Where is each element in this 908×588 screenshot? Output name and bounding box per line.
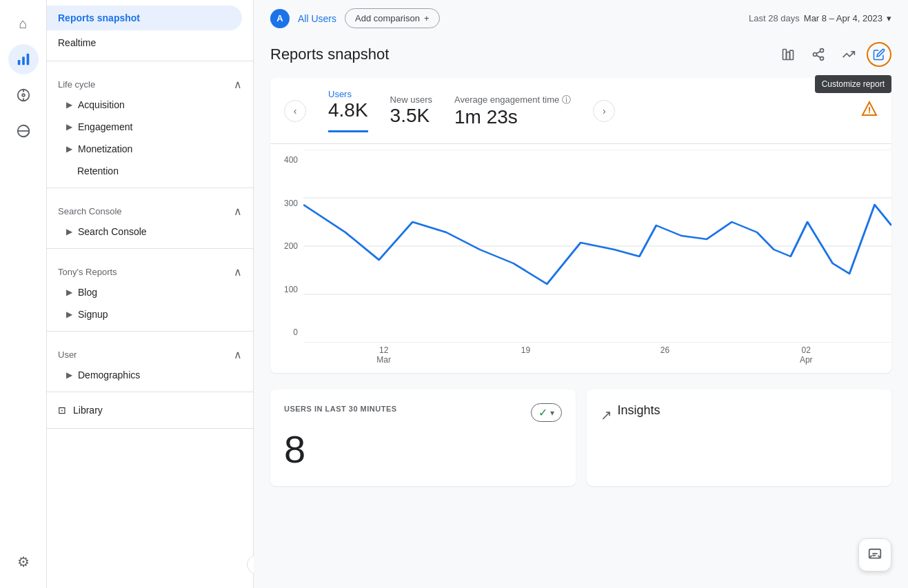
metric-users-label: Users [328, 89, 368, 99]
y-label-300: 300 [284, 199, 298, 208]
plus-icon: + [424, 13, 430, 23]
sidebar: Reports snapshot Realtime Life cycle ∧ ▶… [47, 0, 254, 588]
chevron-searchconsole-icon[interactable]: ∧ [234, 205, 242, 218]
sidebar-item-realtime[interactable]: Realtime [47, 30, 253, 55]
svg-point-4 [22, 94, 25, 97]
section-user[interactable]: User ∧ [47, 337, 253, 364]
add-comparison-button[interactable]: Add comparison + [345, 8, 440, 28]
section-tonys-reports[interactable]: Tony's Reports ∧ [47, 254, 253, 281]
y-label-400: 400 [284, 155, 298, 165]
badge-chevron-icon: ▾ [550, 408, 554, 418]
divider-6 [47, 428, 253, 429]
insights-card: ↗ Insights [587, 389, 892, 486]
arrow-icon: ▶ [66, 122, 72, 132]
arrow-icon: ▶ [66, 370, 72, 380]
arrow-icon: ▶ [66, 144, 72, 154]
svg-point-12 [814, 53, 817, 57]
section-lifecycle[interactable]: Life cycle ∧ [47, 67, 253, 94]
divider-3 [47, 248, 253, 249]
home-icon[interactable]: ⌂ [8, 8, 39, 39]
sidebar-item-signup[interactable]: ▶ Signup [47, 303, 253, 325]
check-circle-icon: ✓ [538, 406, 547, 419]
metric-new-users-value: 3.5K [390, 105, 432, 127]
all-users-button[interactable]: All Users [298, 13, 336, 24]
sidebar-item-reports-snapshot[interactable]: Reports snapshot [47, 6, 242, 30]
chevron-user-icon[interactable]: ∧ [234, 348, 242, 361]
svg-line-14 [816, 55, 820, 57]
section-search-console[interactable]: Search Console ∧ [47, 194, 253, 221]
svg-rect-10 [790, 50, 794, 59]
x-label-26: 26 [660, 345, 669, 365]
divider-5 [47, 392, 253, 392]
warning-icon [861, 101, 878, 121]
y-label-200: 200 [284, 241, 298, 251]
user-badge: A [270, 9, 290, 28]
edit-icon[interactable] [867, 42, 891, 67]
svg-point-13 [820, 57, 824, 60]
analytics-icon[interactable] [8, 44, 39, 74]
page-header: Reports snapshot Customize report [254, 37, 908, 78]
x-label-12-mar: 12 Mar [376, 345, 391, 365]
users-last-30-card: USERS IN LAST 30 MINUTES ✓ ▾ 8 [270, 389, 576, 486]
sidebar-item-engagement[interactable]: ▶ Engagement [47, 116, 253, 138]
sidebar-item-demographics[interactable]: ▶ Demographics [47, 364, 253, 386]
page-actions: Customize report [776, 42, 891, 67]
icon-rail: ⌂ ⚙ [0, 0, 47, 588]
metric-next-button[interactable]: › [593, 100, 615, 122]
divider-2 [47, 187, 253, 188]
chevron-tonysreports-icon[interactable]: ∧ [234, 265, 242, 278]
chart-container: 400 300 200 100 0 [270, 144, 891, 373]
info-icon: ⓘ [562, 94, 571, 106]
arrow-icon: ▶ [66, 100, 72, 110]
divider-4 [47, 331, 253, 332]
share-icon[interactable] [806, 42, 831, 67]
divider-1 [47, 61, 253, 61]
main-chart-card: ‹ Users 4.8K New users 3.5K Average enga… [270, 78, 891, 373]
bar-chart-icon[interactable] [776, 42, 800, 67]
library-icon: ⊡ [58, 405, 66, 416]
x-label-02-apr: 02 Apr [800, 345, 813, 365]
date-range-picker[interactable]: Last 28 days Mar 8 – Apr 4, 2023 ▾ [749, 13, 891, 23]
insights-trend-icon: ↗ [601, 407, 612, 423]
edit-button-container: Customize report [867, 42, 891, 67]
topbar: A All Users Add comparison + Last 28 day… [254, 0, 908, 37]
trend-icon[interactable] [836, 42, 861, 67]
users-last-30-title: USERS IN LAST 30 MINUTES [284, 405, 397, 413]
x-axis-labels: 12 Mar 19 26 02 Apr [270, 343, 891, 373]
chat-button[interactable] [858, 538, 891, 571]
y-label-100: 100 [284, 285, 298, 294]
metric-prev-button[interactable]: ‹ [284, 100, 306, 122]
metric-engagement[interactable]: Average engagement time ⓘ 1m 23s [454, 94, 571, 128]
svg-rect-1 [22, 57, 25, 65]
sidebar-item-blog[interactable]: ▶ Blog [47, 281, 253, 303]
metric-new-users[interactable]: New users 3.5K [390, 94, 432, 127]
x-label-19: 19 [521, 345, 530, 365]
explore-icon[interactable] [8, 80, 39, 110]
sidebar-item-monetization[interactable]: ▶ Monetization [47, 138, 253, 160]
metric-users-value: 4.8K [328, 99, 368, 121]
sidebar-item-search-console[interactable]: ▶ Search Console [47, 221, 253, 243]
sidebar-item-acquisition[interactable]: ▶ Acquisition [47, 94, 253, 116]
chevron-lifecycle-icon[interactable]: ∧ [234, 78, 242, 91]
customize-report-tooltip: Customize report [815, 75, 891, 93]
insights-title: Insights [618, 403, 660, 418]
svg-line-15 [816, 51, 820, 53]
metric-engagement-value: 1m 23s [454, 106, 571, 128]
settings-icon[interactable]: ⚙ [8, 547, 39, 577]
svg-rect-0 [17, 60, 20, 65]
line-chart [303, 150, 891, 343]
y-label-0: 0 [284, 327, 298, 337]
arrow-icon: ▶ [66, 227, 72, 236]
sidebar-item-retention[interactable]: Retention [47, 160, 253, 182]
advertising-icon[interactable] [8, 116, 39, 146]
users-badge-selector[interactable]: ✓ ▾ [531, 403, 562, 422]
users-last-30-value: 8 [284, 430, 562, 469]
svg-point-11 [820, 49, 824, 52]
bottom-cards-row: USERS IN LAST 30 MINUTES ✓ ▾ 8 ↗ Insight… [270, 389, 891, 486]
metrics-row: ‹ Users 4.8K New users 3.5K Average enga… [270, 78, 891, 144]
sidebar-item-library[interactable]: ⊡ Library [47, 398, 253, 423]
metric-users[interactable]: Users 4.8K [328, 89, 368, 132]
svg-point-16 [869, 112, 870, 114]
arrow-icon: ▶ [66, 287, 72, 297]
arrow-icon: ▶ [66, 310, 72, 319]
